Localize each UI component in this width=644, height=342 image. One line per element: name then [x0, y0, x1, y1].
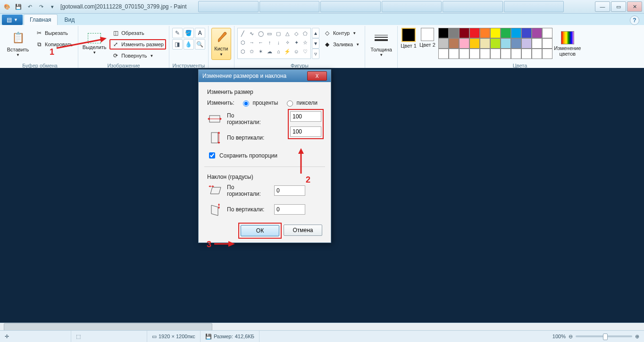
- qat-customize-icon[interactable]: ▾: [47, 1, 58, 12]
- palette-swatch[interactable]: [469, 49, 480, 59]
- fill-icon: ◆: [324, 41, 331, 48]
- palette-swatch[interactable]: [449, 49, 459, 59]
- cut-button[interactable]: ✂Вырезать: [33, 28, 75, 38]
- palette-swatch[interactable]: [501, 38, 511, 49]
- tab-view[interactable]: Вид: [59, 14, 81, 25]
- paste-button[interactable]: 📋 Вставить ▼: [5, 28, 31, 60]
- copy-button[interactable]: ⧉Копировать: [33, 39, 75, 50]
- fill-tool[interactable]: 🪣: [184, 28, 194, 38]
- resize-v-icon: [207, 131, 222, 144]
- keep-ratio-input[interactable]: [209, 152, 215, 158]
- tab-home[interactable]: Главная: [24, 14, 58, 25]
- palette-swatch[interactable]: [501, 28, 511, 38]
- close-button[interactable]: ✕: [627, 1, 642, 12]
- radio-pixels-input[interactable]: [287, 100, 293, 107]
- palette-swatch[interactable]: [532, 38, 542, 49]
- group-image: Выделить ▼ ◫Обрезать ⤢Изменить размер ⟳П…: [78, 26, 169, 69]
- shapes-scroll-down[interactable]: ▾: [312, 38, 319, 49]
- scrollbar-thumb[interactable]: [4, 323, 212, 331]
- shapes-gallery[interactable]: ╱∿◯▭▢△◇⬠ ⬡→←↑↓✧✦☆ ⬡✩✶☁⌂⚡☺♡: [237, 28, 311, 59]
- shape-fill-button[interactable]: ◆Заливка▼: [321, 39, 362, 50]
- zoom-out-button[interactable]: ⊖: [569, 334, 573, 340]
- qat-save-icon[interactable]: 💾: [13, 1, 24, 12]
- shapes-scroll-up[interactable]: ▴: [312, 28, 319, 38]
- separator: [204, 167, 325, 167]
- shape-outline-button[interactable]: ◇Контур▼: [321, 28, 362, 38]
- ok-button[interactable]: ОК: [241, 225, 279, 236]
- palette-swatch[interactable]: [521, 38, 532, 49]
- cursor-pos-icon: ✛: [5, 334, 9, 340]
- palette-swatch[interactable]: [501, 49, 511, 59]
- palette-swatch[interactable]: [511, 38, 521, 49]
- background-taskbar: [198, 0, 564, 13]
- file-menu-button[interactable]: ▤▼: [2, 15, 23, 25]
- radio-percent-input[interactable]: [243, 100, 249, 107]
- dialog-titlebar[interactable]: Изменение размеров и наклона X: [199, 70, 331, 82]
- palette-swatch[interactable]: [480, 28, 490, 38]
- resize-horizontal-input[interactable]: [290, 111, 321, 122]
- palette-swatch[interactable]: [511, 28, 521, 38]
- brushes-button[interactable]: Кисти ▼: [211, 28, 231, 60]
- palette-swatch[interactable]: [490, 28, 501, 38]
- palette-swatch[interactable]: [511, 49, 521, 59]
- palette-swatch[interactable]: [532, 49, 542, 59]
- image-dims-icon: ▭: [152, 334, 157, 340]
- resize-vertical-input[interactable]: [290, 126, 321, 137]
- dialog-title: Изменение размеров и наклона: [202, 73, 286, 79]
- rotate-button[interactable]: ⟳Повернуть▼: [109, 50, 166, 61]
- palette-swatch[interactable]: [480, 38, 490, 49]
- palette-swatch[interactable]: [490, 49, 501, 59]
- shapes-expand[interactable]: ▿: [312, 49, 319, 59]
- skew-horizontal-input[interactable]: [274, 185, 305, 196]
- palette-swatch[interactable]: [438, 28, 449, 38]
- crop-button[interactable]: ◫Обрезать: [109, 28, 166, 38]
- palette-swatch[interactable]: [438, 38, 449, 49]
- radio-pixels[interactable]: пиксели: [284, 99, 318, 107]
- edit-colors-button[interactable]: Изменение цветов: [554, 28, 581, 60]
- zoom-slider[interactable]: [576, 335, 632, 337]
- zoom-in-button[interactable]: ⊕: [635, 334, 639, 340]
- palette-swatch[interactable]: [438, 49, 449, 59]
- pencil-tool[interactable]: ✎: [172, 28, 183, 38]
- minimize-button[interactable]: —: [595, 1, 610, 12]
- cancel-button[interactable]: Отмена: [284, 225, 322, 236]
- palette-swatch[interactable]: [532, 28, 542, 38]
- horizontal-scrollbar[interactable]: [0, 323, 644, 331]
- palette-swatch[interactable]: [542, 38, 552, 49]
- maximize-button[interactable]: ▭: [611, 1, 626, 12]
- qat-app-icon[interactable]: 🎨: [2, 1, 12, 12]
- thickness-button[interactable]: Толщина ▼: [368, 28, 394, 60]
- qat-redo-icon[interactable]: ↷: [36, 1, 46, 12]
- palette-swatch[interactable]: [521, 28, 532, 38]
- skew-vertical-input[interactable]: [274, 204, 305, 215]
- palette-swatch[interactable]: [490, 38, 501, 49]
- zoom-slider-thumb[interactable]: [603, 334, 608, 340]
- picker-tool[interactable]: 💧: [184, 39, 194, 50]
- dialog-close-button[interactable]: X: [307, 71, 327, 81]
- palette-swatch[interactable]: [542, 49, 552, 59]
- text-tool[interactable]: A: [195, 28, 205, 38]
- palette-swatch[interactable]: [480, 49, 490, 59]
- palette-swatch[interactable]: [449, 38, 459, 49]
- palette-swatch[interactable]: [469, 38, 480, 49]
- resize-button[interactable]: ⤢Изменить размер: [109, 39, 166, 50]
- palette-swatch[interactable]: [542, 28, 552, 38]
- radio-percent[interactable]: проценты: [241, 99, 278, 107]
- color2-button[interactable]: Цвет 2: [419, 28, 435, 48]
- keep-ratio-checkbox[interactable]: Сохранить пропорции: [207, 151, 322, 160]
- qat-undo-icon[interactable]: ↶: [25, 1, 35, 12]
- help-button[interactable]: ?: [630, 16, 639, 25]
- palette-swatch[interactable]: [459, 49, 469, 59]
- brush-icon: [216, 32, 227, 45]
- color1-button[interactable]: Цвет 1: [401, 28, 417, 49]
- palette-swatch[interactable]: [521, 49, 532, 59]
- select-icon: [88, 33, 101, 43]
- palette-swatch[interactable]: [449, 28, 459, 38]
- size-value: 412,6КБ: [235, 334, 254, 339]
- palette-swatch[interactable]: [459, 38, 469, 49]
- magnifier-tool[interactable]: 🔍: [195, 39, 205, 50]
- select-button[interactable]: Выделить ▼: [81, 28, 108, 60]
- eraser-tool[interactable]: ◨: [172, 39, 183, 50]
- palette-swatch[interactable]: [459, 28, 469, 38]
- palette-swatch[interactable]: [469, 28, 480, 38]
